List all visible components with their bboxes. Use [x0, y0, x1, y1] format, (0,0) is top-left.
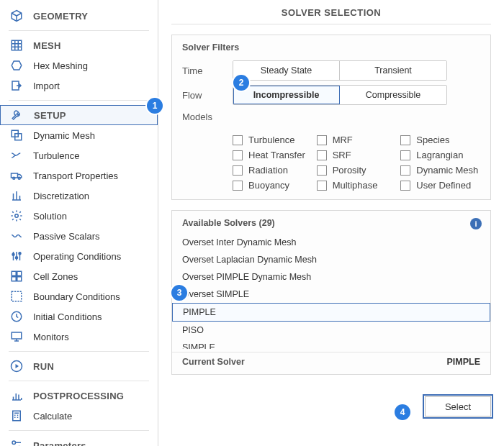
sidebar-item-monitors[interactable]: Monitors [0, 327, 158, 347]
wrench-icon [11, 109, 24, 122]
checkbox-icon [400, 150, 410, 160]
sidebar-item-geometry[interactable]: GEOMETRY [0, 6, 158, 26]
solver-item[interactable]: Overset PIMPLE Dynamic Mesh [172, 268, 490, 286]
hex-icon [10, 59, 23, 72]
waves-icon [10, 229, 23, 242]
model-checkbox[interactable]: Turbulence [233, 135, 312, 145]
current-solver-row: Current Solver PIMPLE [172, 352, 490, 374]
checkbox-label: Dynamic Mesh [416, 165, 478, 176]
solver-list[interactable]: Overset Inter Dynamic MeshOverset Laplac… [172, 234, 490, 349]
solver-filters-panel: Solver Filters Time Steady State Transie… [171, 35, 491, 200]
monitor-icon [10, 330, 23, 343]
label: Dynamic Mesh [33, 130, 95, 141]
discretization-icon [10, 189, 23, 202]
clock-icon [10, 310, 23, 323]
sidebar-item-operating-conditions[interactable]: Operating Conditions [0, 246, 158, 266]
checkbox-label: Species [416, 135, 449, 145]
sidebar-item-transport-properties[interactable]: Transport Properties [0, 165, 158, 186]
checkbox-icon [317, 165, 327, 176]
page-title: SOLVER SELECTION [171, 7, 491, 24]
label: POSTPROCESSING [33, 391, 124, 401]
model-checkbox[interactable]: Buoyancy [233, 180, 312, 191]
flow-incompressible-button[interactable]: Incompressible [233, 86, 340, 104]
checkbox-label: Radiation [248, 165, 288, 176]
sidebar-item-parameters[interactable]: Parameters [0, 435, 158, 446]
model-checkbox[interactable]: Radiation [233, 165, 312, 176]
sidebar-item-run[interactable]: RUN [0, 356, 158, 376]
time-segmented: Steady State Transient [233, 60, 447, 81]
sidebar-item-solution[interactable]: Solution [0, 206, 158, 226]
sidebar-item-setup[interactable]: SETUP [0, 105, 158, 125]
solver-item[interactable]: Overset SIMPLE [172, 286, 490, 303]
label: Boundary Conditions [33, 291, 120, 302]
svg-point-8 [16, 257, 18, 259]
sidebar-item-turbulence[interactable]: Turbulence [0, 145, 158, 165]
flow-segmented: Incompressible Compressible [233, 85, 447, 105]
sidebar-item-hex-meshing[interactable]: Hex Meshing [0, 55, 158, 76]
gear-icon [10, 209, 23, 222]
label: MESH [33, 40, 61, 51]
model-checkbox[interactable]: User Defined [400, 180, 480, 191]
solver-item[interactable]: Overset Inter Dynamic Mesh [172, 234, 490, 251]
sidebar-item-boundary-conditions[interactable]: Boundary Conditions [0, 286, 158, 306]
label: Passive Scalars [33, 231, 99, 242]
sidebar-item-initial-conditions[interactable]: Initial Conditions [0, 306, 158, 327]
label: Operating Conditions [33, 251, 121, 262]
sidebar-item-postprocessing[interactable]: POSTPROCESSING [0, 386, 158, 406]
model-checkbox[interactable]: Species [400, 135, 480, 145]
filter-time-row: Time Steady State Transient [182, 58, 480, 83]
time-transient-button[interactable]: Transient [340, 61, 446, 80]
sidebar-item-cell-zones[interactable]: Cell Zones [0, 266, 158, 286]
checkbox-icon [317, 150, 327, 160]
time-steady-button[interactable]: Steady State [233, 61, 340, 80]
sidebar-item-discretization[interactable]: Discretization [0, 186, 158, 206]
model-checkbox[interactable]: Lagrangian [400, 150, 480, 160]
checkbox-label: User Defined [416, 180, 471, 191]
model-checkbox[interactable]: SRF [317, 150, 397, 160]
sidebar-item-import[interactable]: Import [0, 76, 158, 96]
sidebar-item-passive-scalars[interactable]: Passive Scalars [0, 226, 158, 246]
svg-rect-11 [17, 271, 22, 276]
parameters-icon [10, 439, 23, 446]
label: Cell Zones [33, 271, 78, 282]
sidebar-item-calculate[interactable]: Calculate [0, 406, 158, 426]
checkbox-icon [400, 165, 410, 176]
solver-item[interactable]: PISO [172, 322, 490, 339]
svg-rect-14 [12, 291, 22, 301]
svg-rect-10 [12, 271, 16, 276]
checkbox-label: Turbulence [248, 135, 295, 145]
checkbox-label: Porosity [333, 165, 366, 176]
info-icon[interactable]: i [470, 218, 482, 229]
model-checkbox[interactable]: Heat Transfer [233, 150, 312, 160]
model-checkbox[interactable]: Dynamic Mesh [400, 165, 480, 176]
flow-compressible-button[interactable]: Compressible [340, 86, 446, 104]
callout-3: 3 [171, 285, 187, 301]
models-label: Models [182, 112, 230, 122]
chart-icon [10, 389, 23, 402]
label: Initial Conditions [33, 311, 102, 322]
model-checkbox[interactable]: Porosity [317, 165, 397, 176]
solver-item[interactable]: Overset Laplacian Dynamic Mesh [172, 251, 490, 268]
select-button[interactable]: Select [425, 396, 491, 417]
grid-icon [10, 39, 23, 52]
callout-4: 4 [395, 404, 410, 420]
model-checkbox[interactable]: Multiphase [317, 180, 397, 191]
sliders-icon [10, 250, 23, 263]
callout-1: 1 [147, 98, 163, 114]
solver-item[interactable]: PIMPLE [172, 303, 490, 322]
checkbox-label: MRF [333, 135, 353, 145]
cells-icon [10, 270, 23, 283]
model-checkbox[interactable]: MRF [317, 135, 397, 145]
label: Solution [33, 211, 67, 222]
sidebar-item-dynamic-mesh[interactable]: Dynamic Mesh [0, 125, 158, 145]
panel-title: Solver Filters [172, 35, 490, 58]
current-value: PIMPLE [446, 357, 480, 367]
play-icon [10, 360, 23, 373]
time-label: Time [182, 65, 230, 76]
label: Discretization [33, 191, 89, 201]
sidebar-item-mesh[interactable]: MESH [0, 35, 158, 55]
solver-item[interactable]: SIMPLE [172, 339, 490, 349]
available-solvers-panel: Available Solvers (29) i Overset Inter D… [171, 210, 491, 375]
current-label: Current Solver [182, 357, 245, 367]
filter-flow-row: Flow Incompressible Compressible [182, 83, 480, 107]
